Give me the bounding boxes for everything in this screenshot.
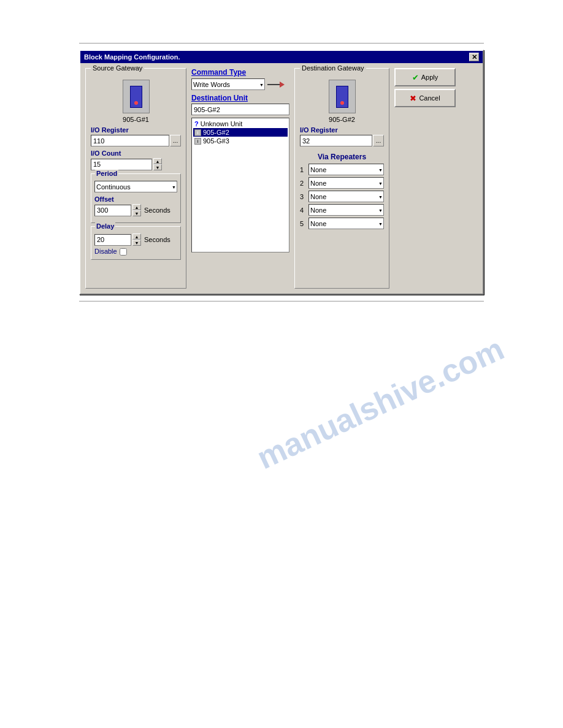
repeater-num-5: 5 <box>300 220 306 227</box>
arrow-line <box>267 84 280 85</box>
repeater-num-4: 4 <box>300 207 306 214</box>
period-legend: Period <box>95 170 118 177</box>
offset-label: Offset <box>94 195 177 203</box>
io-count-down-arrow[interactable]: ▼ <box>153 164 162 170</box>
repeater-row-5: 5 None <box>300 218 384 229</box>
dest-device-container: 905-G#2 <box>300 80 384 123</box>
dialog-title: Block Mapping Configuration. <box>84 53 180 61</box>
arrow-container <box>267 82 285 88</box>
period-select-wrapper: Continuous <box>94 181 177 192</box>
device-unit-icon-2: i <box>194 138 201 145</box>
io-count-up-arrow[interactable]: ▲ <box>153 158 162 164</box>
dialog-body: Source Gateway 905-G#1 I/O Register ... <box>80 63 483 294</box>
repeater-num-1: 1 <box>300 166 306 173</box>
repeater-3-select-wrapper: None <box>308 191 384 202</box>
dest-io-register-browse-button[interactable]: ... <box>373 135 384 146</box>
repeater-num-3: 3 <box>300 193 306 200</box>
io-count-spinner: ▲ ▼ <box>153 158 162 170</box>
offset-up-arrow[interactable]: ▲ <box>132 204 141 210</box>
apply-label: Apply <box>421 74 439 81</box>
io-count-input-row: ▲ ▼ <box>91 158 181 170</box>
repeater-row-3: 3 None <box>300 191 384 202</box>
delay-up-arrow[interactable]: ▲ <box>132 233 141 240</box>
io-register-browse-button[interactable]: ... <box>170 135 181 146</box>
offset-down-arrow[interactable]: ▼ <box>132 210 141 216</box>
command-type-select-wrapper: Write Words <box>191 78 265 90</box>
command-type-section: Command Type Write Words <box>191 68 289 90</box>
via-repeaters-section: Via Repeaters 1 None 2 None <box>300 153 384 229</box>
command-type-select[interactable]: Write Words <box>191 78 265 90</box>
io-count-input[interactable] <box>91 159 152 170</box>
right-panel: ✔ Apply ✖ Cancel <box>394 68 456 289</box>
unit-list: ? Unknown Unit i 905-G#2 i 905-G#3 <box>191 118 289 252</box>
repeater-1-select[interactable]: None <box>308 164 384 175</box>
delay-spinner: ▲ ▼ <box>132 233 141 246</box>
io-register-input[interactable] <box>91 135 169 146</box>
delay-legend: Delay <box>95 222 115 230</box>
repeater-4-select[interactable]: None <box>308 204 384 216</box>
destination-unit-label: Destination Unit <box>191 94 289 102</box>
cancel-cross-icon: ✖ <box>410 94 416 103</box>
source-device-name: 905-G#1 <box>123 116 149 123</box>
unit-item-unknown[interactable]: ? Unknown Unit <box>193 119 288 128</box>
repeater-row-4: 4 None <box>300 204 384 216</box>
dialog-titlebar: Block Mapping Configuration. ✕ <box>80 51 483 63</box>
delay-down-arrow[interactable]: ▼ <box>132 240 141 246</box>
close-button[interactable]: ✕ <box>469 53 479 61</box>
source-device-container: 905-G#1 <box>91 80 181 123</box>
io-register-group: I/O Register ... <box>91 126 181 146</box>
unit-item-905g2[interactable]: i 905-G#2 <box>193 128 288 137</box>
repeater-2-select[interactable]: None <box>308 177 384 189</box>
repeater-3-select[interactable]: None <box>308 191 384 202</box>
apply-checkmark-icon: ✔ <box>412 73 419 82</box>
repeater-num-2: 2 <box>300 180 306 187</box>
watermark: manualshive.com <box>251 330 509 477</box>
dest-io-register-group: I/O Register ... <box>300 126 384 146</box>
disable-checkbox[interactable] <box>120 248 127 256</box>
command-type-row: Write Words <box>191 78 289 90</box>
dest-device-inner <box>336 86 348 108</box>
dest-io-register-input[interactable] <box>300 135 372 146</box>
repeater-2-select-wrapper: None <box>308 177 384 189</box>
block-mapping-dialog: Block Mapping Configuration. ✕ Source Ga… <box>79 50 484 295</box>
offset-input-row: ▲ ▼ Seconds <box>94 204 177 216</box>
dest-io-register-input-row: ... <box>300 135 384 146</box>
delay-input[interactable] <box>94 234 131 246</box>
io-count-label: I/O Count <box>91 150 181 157</box>
unit-item-905g3[interactable]: i 905-G#3 <box>193 137 288 145</box>
destination-gateway-label: Destination Gateway <box>300 64 366 72</box>
apply-button[interactable]: ✔ Apply <box>394 68 456 86</box>
source-device-inner <box>130 86 142 108</box>
repeater-5-select[interactable]: None <box>308 218 384 229</box>
offset-unit-label: Seconds <box>144 207 170 214</box>
delay-unit-label: Seconds <box>144 236 170 243</box>
arrow-head <box>280 82 285 88</box>
destination-gateway-panel: Destination Gateway 905-G#2 I/O Register… <box>294 68 389 289</box>
repeater-5-select-wrapper: None <box>308 218 384 229</box>
period-group: Period Continuous Offset <box>91 173 181 223</box>
source-device-icon <box>123 80 150 113</box>
source-gateway-label: Source Gateway <box>91 64 144 72</box>
unknown-unit-label: Unknown Unit <box>201 120 242 127</box>
cancel-button[interactable]: ✖ Cancel <box>394 89 456 107</box>
delay-group: Delay ▲ ▼ Seconds Disable <box>91 226 181 260</box>
delay-input-row: ▲ ▼ Seconds <box>94 233 177 246</box>
offset-spinner: ▲ ▼ <box>132 204 141 216</box>
repeater-4-select-wrapper: None <box>308 204 384 216</box>
via-repeaters-label: Via Repeaters <box>300 153 384 161</box>
dest-io-register-label: I/O Register <box>300 126 384 134</box>
unit-item-905g2-label: 905-G#2 <box>203 129 229 136</box>
offset-input[interactable] <box>94 205 131 216</box>
dest-device-icon <box>329 80 356 113</box>
period-select-group: Continuous <box>94 181 177 192</box>
dest-device-dot <box>340 101 344 105</box>
cancel-label: Cancel <box>419 94 440 102</box>
device-unit-icon-1: i <box>194 129 201 136</box>
destination-unit-input[interactable] <box>191 104 289 115</box>
command-type-label: Command Type <box>191 68 289 77</box>
destination-unit-section: Destination Unit ? Unknown Unit i 905-G#… <box>191 94 289 252</box>
period-select[interactable]: Continuous <box>94 181 177 192</box>
repeater-row-1: 1 None <box>300 164 384 175</box>
source-device-dot <box>134 101 138 105</box>
middle-panel: Command Type Write Words <box>191 68 289 289</box>
